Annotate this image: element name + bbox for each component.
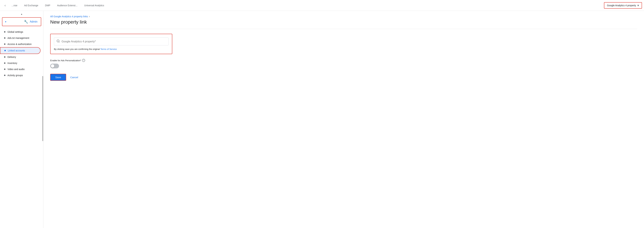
sidebar: ▲ ▾ 🔧 Admin Global settings Ads.txt mana… — [0, 11, 44, 228]
tab-ga4-property[interactable]: Google Analytics 4 property ▾ — [604, 2, 642, 9]
search-icon — [56, 39, 60, 44]
breadcrumb: All Google Analytics 4 property links › — [50, 15, 637, 18]
admin-arrow-icon: ▾ — [5, 20, 6, 23]
main-container: ▲ ▾ 🔧 Admin Global settings Ads.txt mana… — [0, 11, 644, 228]
sidebar-item-label: Global settings — [8, 30, 23, 33]
search-wrapper — [54, 38, 168, 46]
sidebar-item-label: Inventory — [8, 62, 17, 64]
sidebar-item-label: Linked accounts — [8, 49, 25, 52]
tab-universal-analytics[interactable]: Universal Analytics — [81, 0, 108, 11]
bullet-icon — [4, 37, 6, 39]
tab-dmp[interactable]: DMP — [42, 0, 54, 11]
admin-label: Admin — [30, 20, 38, 23]
bullet-icon — [4, 62, 6, 64]
breadcrumb-separator: › — [89, 15, 90, 18]
divider — [50, 29, 637, 29]
sidebar-item-access-auth[interactable]: Access & authorization — [0, 41, 40, 47]
page-title: New property link — [50, 19, 637, 25]
back-button[interactable]: ‹ — [2, 2, 8, 8]
breadcrumb-link[interactable]: All Google Analytics 4 property links — [50, 15, 88, 18]
content-area: All Google Analytics 4 property links › … — [44, 11, 644, 228]
bullet-icon — [4, 50, 6, 51]
sidebar-item-linked-accounts[interactable]: Linked accounts — [0, 47, 40, 54]
admin-nav-item[interactable]: ▾ 🔧 Admin — [2, 17, 41, 26]
bullet-icon — [4, 75, 6, 76]
sidebar-item-inventory[interactable]: Inventory — [0, 60, 40, 66]
bullet-icon — [4, 56, 6, 58]
sidebar-item-label: Activity groups — [8, 74, 23, 77]
back-icon: ‹ — [4, 4, 6, 7]
cancel-button[interactable]: Cancel — [69, 74, 80, 80]
nav-tabs: ...nse Ad Exchange DMP Audience Extensi.… — [8, 0, 604, 11]
sidebar-item-activity-groups[interactable]: Activity groups — [0, 72, 40, 78]
tab-exchange[interactable]: ...nse — [8, 0, 21, 11]
ads-personalization-toggle[interactable] — [50, 64, 59, 68]
help-icon[interactable]: ? — [82, 59, 85, 62]
sidebar-item-label: Ads.txt management — [8, 37, 29, 39]
save-button[interactable]: Save — [50, 74, 66, 81]
tos-link[interactable]: Terms of Service — [100, 48, 117, 50]
action-buttons: Save Cancel — [50, 74, 637, 81]
scrollbar-thumb[interactable] — [42, 76, 43, 141]
sidebar-item-video-audio[interactable]: Video and audio — [0, 66, 40, 72]
sidebar-scroll-up: ▲ — [0, 12, 43, 16]
sidebar-item-global-settings[interactable]: Global settings — [0, 29, 40, 35]
toggle-section: Enable for Ads Personalization* ? — [50, 59, 172, 68]
chevron-down-icon: ▾ — [638, 4, 639, 7]
svg-line-1 — [59, 42, 60, 42]
sidebar-item-label: Delivery — [8, 56, 16, 58]
ga4-property-search-input[interactable] — [62, 40, 166, 43]
bullet-icon — [4, 44, 6, 45]
tos-text: By clicking save you are confirming the … — [54, 48, 168, 50]
bullet-icon — [4, 68, 6, 70]
sidebar-scrollbar[interactable] — [42, 11, 43, 228]
sidebar-item-label: Video and audio — [8, 68, 24, 70]
sidebar-item-delivery[interactable]: Delivery — [0, 54, 40, 60]
sidebar-item-ads-txt[interactable]: Ads.txt management — [0, 35, 40, 41]
bullet-icon — [4, 31, 6, 32]
sidebar-item-label: Access & authorization — [8, 43, 32, 46]
tab-ga4-label: Google Analytics 4 property — [607, 4, 636, 7]
wrench-icon: 🔧 — [24, 20, 28, 24]
toggle-label: Enable for Ads Personalization* ? — [50, 59, 172, 62]
form-section: By clicking save you are confirming the … — [50, 34, 172, 54]
tab-ad-exchange[interactable]: Ad Exchange — [21, 0, 42, 11]
top-nav: ‹ ...nse Ad Exchange DMP Audience Extens… — [0, 0, 644, 11]
tab-audience[interactable]: Audience Extensi... — [54, 0, 81, 11]
